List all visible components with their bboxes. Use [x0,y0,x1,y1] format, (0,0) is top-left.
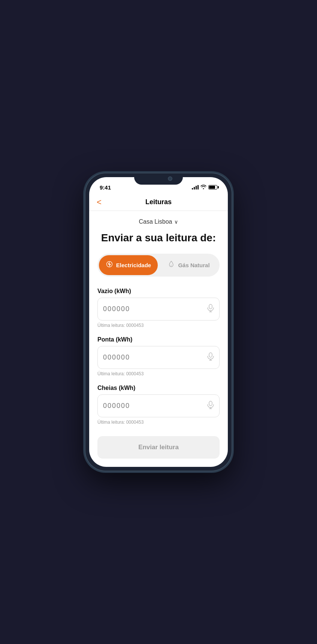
vazio-label: Vazio (kWh) [97,288,220,295]
cheias-label: Cheias (kWh) [97,385,220,391]
screen-content[interactable]: < Leituras Casa Lisboa ∨ Enviar a sua le… [89,194,228,467]
page-heading: Enviar a sua leitura de: [97,231,220,245]
cheias-input-wrapper [97,394,220,417]
page-title: Leituras [145,198,172,206]
gas-natural-label: Gás Natural [178,262,209,268]
signal-icon [192,185,199,190]
ponta-input-wrapper [97,346,220,369]
notch [134,173,183,185]
cheias-last-reading: Última leitura: 0000453 [97,420,220,425]
cheias-input[interactable] [103,402,207,410]
wifi-icon [200,185,206,190]
vazio-field-group: Vazio (kWh) Última leitura: 000 [97,288,220,328]
svg-rect-4 [209,353,212,357]
phone-screen: 9:41 [89,177,228,467]
status-time: 9:41 [100,184,111,191]
mic-icon-vazio[interactable] [207,304,214,314]
location-selector[interactable]: Casa Lisboa ∨ [97,218,220,225]
ponta-label: Ponta (kWh) [97,336,220,343]
cheias-field-group: Cheias (kWh) Última leitura: 00 [97,385,220,425]
phone-frame: 9:41 [85,173,232,471]
mic-icon-cheias[interactable] [207,401,214,411]
mic-icon-ponta[interactable] [207,352,214,363]
ponta-input[interactable] [103,354,207,361]
back-button[interactable]: < [97,197,102,207]
electricidade-label: Electricidade [116,262,151,268]
electricidade-tab[interactable]: Electricidade [99,255,158,275]
vazio-input[interactable] [103,305,207,313]
status-icons [192,185,217,190]
svg-rect-1 [209,304,212,309]
battery-icon [208,185,217,190]
svg-rect-7 [209,401,212,406]
gas-natural-tab[interactable]: Gás Natural [159,255,218,275]
ponta-field-group: Ponta (kWh) Última leitura: 000 [97,336,220,376]
ponta-last-reading: Última leitura: 0000453 [97,371,220,376]
main-content: Casa Lisboa ∨ Enviar a sua leitura de: [89,211,228,467]
vazio-last-reading: Última leitura: 0000453 [97,323,220,328]
chevron-down-icon: ∨ [174,219,178,225]
vazio-input-wrapper [97,298,220,320]
gas-icon [167,260,175,270]
toggle-group: Electricidade Gás Natural [97,254,220,277]
nav-header: < Leituras [89,194,228,211]
camera [168,176,172,181]
location-name: Casa Lisboa [139,218,172,225]
electricidade-icon [106,260,113,270]
submit-button[interactable]: Enviar leitura [97,436,220,459]
